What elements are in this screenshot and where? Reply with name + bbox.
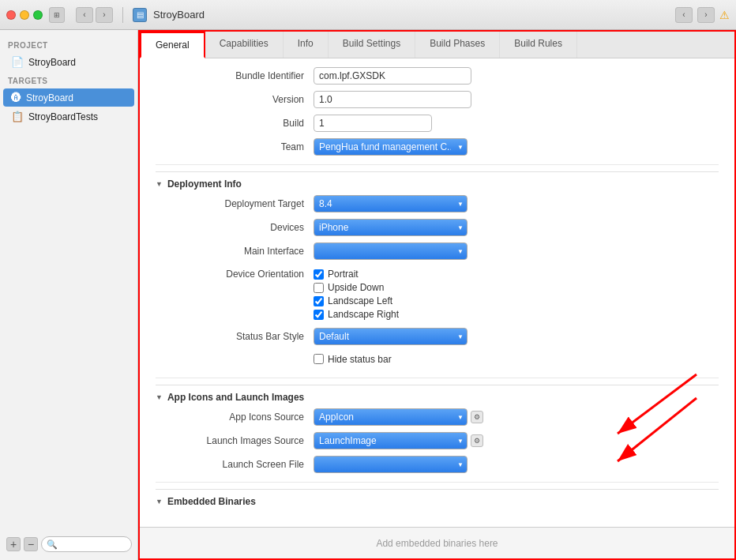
- separator2: [156, 378, 719, 378]
- minimize-button[interactable]: [20, 10, 29, 20]
- bundle-id-input[interactable]: [314, 67, 471, 85]
- landscape-left-label: Landscape Left: [328, 295, 392, 306]
- landscape-right-label: Landscape Right: [328, 309, 399, 320]
- landscape-right-row: Landscape Right: [314, 309, 719, 320]
- deployment-section: Deployment Target 8.4 ▼ Devices: [156, 194, 719, 370]
- build-input[interactable]: [314, 115, 432, 132]
- devices-select[interactable]: iPhone: [314, 219, 468, 236]
- landscape-left-row: Landscape Left: [314, 295, 719, 306]
- main-layout: PROJECT 📄 StroyBoard TARGETS 🅐 StroyBoar…: [0, 30, 736, 560]
- launch-images-select[interactable]: LaunchImage: [314, 432, 468, 449]
- sidebar-target-label: StroyBoard: [26, 92, 73, 103]
- launch-images-row: Launch Images Source LaunchImage ▼ ⚙: [156, 431, 719, 450]
- titlebar-right: ‹ › ⚠: [675, 7, 730, 23]
- project-section-label: PROJECT: [0, 36, 137, 52]
- launch-screen-label: Launch Screen File: [156, 459, 314, 470]
- launch-screen-select[interactable]: [314, 456, 468, 473]
- sidebar-tests-label: StroyBoardTests: [28, 111, 98, 122]
- embedded-status-bar: Add embedded binaries here: [140, 527, 734, 558]
- app-icons-source-value: AppIcon ▼ ⚙: [314, 408, 719, 426]
- app-icons-collapse-icon[interactable]: ▼: [156, 393, 163, 401]
- build-label: Build: [156, 118, 314, 129]
- file-icon: ▤: [133, 8, 147, 22]
- app-icons-section: App Icons Source AppIcon ▼ ⚙: [156, 408, 719, 474]
- landscape-right-checkbox[interactable]: [314, 310, 324, 320]
- launch-images-value: LaunchImage ▼ ⚙: [314, 432, 719, 449]
- sidebar-search[interactable]: 🔍: [41, 536, 132, 552]
- hide-status-bar-checkbox[interactable]: [314, 354, 324, 364]
- devices-label: Devices: [156, 222, 314, 233]
- app-icons-source-label: App Icons Source: [156, 412, 314, 423]
- app-icons-source-select[interactable]: AppIcon: [314, 408, 468, 426]
- upside-down-checkbox[interactable]: [314, 283, 324, 293]
- team-select[interactable]: PengHua fund management C...: [314, 138, 468, 156]
- portrait-checkbox[interactable]: [314, 269, 324, 280]
- sidebar: PROJECT 📄 StroyBoard TARGETS 🅐 StroyBoar…: [0, 30, 138, 560]
- sidebar-item-stroyboard-tests[interactable]: 📋 StroyBoardTests: [3, 107, 134, 126]
- identity-section: Bundle Identifier Version Build: [156, 66, 719, 156]
- version-row: Version: [156, 90, 719, 109]
- tab-info[interactable]: Info: [284, 32, 329, 58]
- version-input[interactable]: [314, 91, 471, 108]
- maximize-button[interactable]: [33, 10, 43, 20]
- devices-row: Devices iPhone ▼: [156, 218, 719, 237]
- grid-icon[interactable]: ⊞: [49, 7, 65, 23]
- forward-arrow[interactable]: ›: [96, 7, 113, 23]
- launch-screen-select-wrapper: ▼: [314, 456, 468, 473]
- target-select-wrapper: 8.4 ▼: [314, 195, 468, 212]
- devices-value: iPhone ▼: [314, 219, 719, 236]
- section-collapse-icon[interactable]: ▼: [156, 180, 163, 188]
- tab-build-phases[interactable]: Build Phases: [415, 32, 500, 58]
- status-bar-style-value: Default ▼: [314, 328, 719, 345]
- back-arrow2[interactable]: ‹: [675, 7, 693, 23]
- bundle-id-value: [314, 67, 719, 85]
- add-target-button[interactable]: +: [6, 537, 21, 551]
- tab-build-settings[interactable]: Build Settings: [329, 32, 415, 58]
- main-interface-row: Main Interface ▼: [156, 242, 719, 261]
- separator1: [156, 164, 719, 165]
- settings-scroll: Bundle Identifier Version Build: [140, 58, 734, 527]
- embedded-collapse-icon[interactable]: ▼: [156, 498, 163, 506]
- status-bar-style-select[interactable]: Default: [314, 328, 468, 345]
- deployment-target-select[interactable]: 8.4: [314, 195, 468, 212]
- back-arrow[interactable]: ‹: [76, 7, 93, 23]
- sidebar-item-label: StroyBoard: [28, 57, 76, 68]
- launch-images-settings-button[interactable]: ⚙: [471, 434, 483, 447]
- sidebar-bottom: + − 🔍: [0, 536, 138, 552]
- launch-images-label: Launch Images Source: [156, 435, 314, 446]
- embedded-status-text: Add embedded binaries here: [376, 538, 498, 549]
- sidebar-item-stroyboard-target[interactable]: 🅐 StroyBoard: [3, 88, 134, 107]
- sidebar-item-stroyboard-project[interactable]: 📄 StroyBoard: [3, 53, 134, 71]
- build-value: [314, 115, 719, 132]
- deployment-target-row: Deployment Target 8.4 ▼: [156, 194, 719, 213]
- devices-select-wrapper: iPhone ▼: [314, 219, 468, 236]
- forward-arrow2[interactable]: ›: [697, 7, 715, 23]
- bundle-id-row: Bundle Identifier: [156, 66, 719, 85]
- close-button[interactable]: [6, 10, 16, 20]
- portrait-row: Portrait: [314, 269, 719, 280]
- device-orientation-value: Portrait Upside Down Landscape Left: [314, 269, 719, 322]
- remove-target-button[interactable]: −: [24, 537, 38, 551]
- build-row: Build: [156, 114, 719, 133]
- bundle-id-label: Bundle Identifier: [156, 70, 314, 81]
- app-icons-settings-button[interactable]: ⚙: [471, 411, 483, 423]
- status-bar-style-row: Status Bar Style Default ▼: [156, 327, 719, 346]
- hide-status-bar-label: Hide status bar: [328, 354, 392, 365]
- landscape-left-checkbox[interactable]: [314, 296, 324, 306]
- main-interface-select[interactable]: [314, 242, 468, 260]
- team-row: Team PengHua fund management C... ▼: [156, 137, 719, 156]
- warning-icon: ⚠: [719, 9, 730, 21]
- target-icon: 🅐: [11, 92, 21, 103]
- nav-arrows: ‹ ›: [76, 7, 113, 23]
- upside-down-label: Upside Down: [328, 282, 384, 293]
- main-interface-select-wrapper: ▼: [314, 242, 468, 260]
- tab-build-rules[interactable]: Build Rules: [500, 32, 577, 58]
- tab-general[interactable]: General: [140, 32, 205, 58]
- window-title: StroyBoard: [153, 9, 205, 21]
- separator: [122, 7, 123, 23]
- tabs-bar: General Capabilities Info Build Settings…: [140, 32, 734, 58]
- team-label: Team: [156, 141, 314, 152]
- tab-capabilities[interactable]: Capabilities: [205, 32, 284, 58]
- hide-status-bar-checkbox-row: Hide status bar: [314, 354, 719, 365]
- file-icon: 📄: [11, 56, 24, 68]
